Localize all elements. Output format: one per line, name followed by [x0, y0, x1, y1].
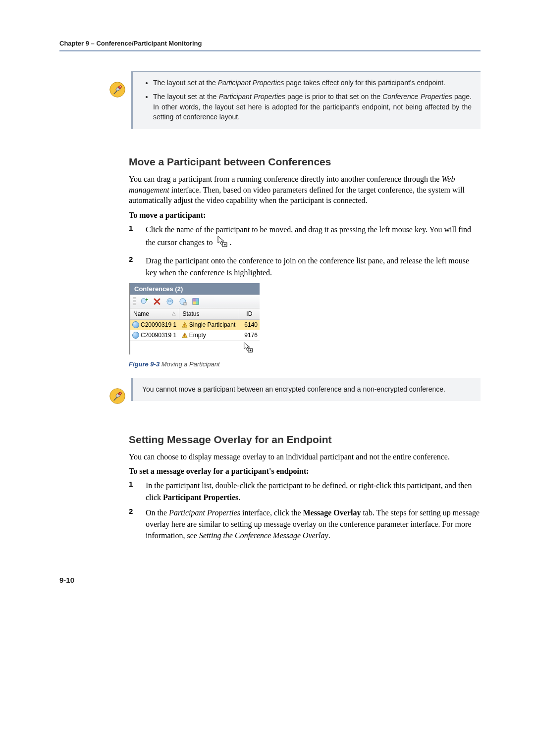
step-number: 2: [129, 507, 146, 542]
step-number: 2: [129, 255, 146, 278]
cell-status: Single Participant: [189, 321, 235, 328]
svg-rect-21: [184, 336, 185, 337]
drag-cursor-icon: [217, 235, 228, 251]
grip-icon: [133, 297, 136, 306]
body-paragraph: You can drag a participant from a runnin…: [129, 174, 481, 206]
cell-name: C20090319 1: [141, 332, 176, 339]
pushpin-icon: [109, 81, 126, 98]
svg-rect-16: [193, 302, 196, 304]
step-text-span: Click the name of the participant to be …: [146, 225, 471, 247]
note-text-italic: Conference Properties: [382, 93, 452, 101]
figure: Conferences (2): [129, 283, 260, 368]
step-text-bold: Message Overlay: [303, 508, 361, 517]
conference-row-icon: [132, 332, 139, 339]
step-text-italic: Participant Properties: [169, 508, 240, 517]
table-row[interactable]: C20090319 1 Empty 9176: [130, 330, 260, 341]
table-row[interactable]: C20090319 1 Single Participant 6140: [130, 320, 260, 330]
panel-toolbar: [130, 295, 260, 308]
svg-point-7: [141, 299, 146, 303]
table-header-row: Name △ Status ID: [130, 308, 260, 320]
warning-icon: [182, 332, 188, 338]
header-rule: [59, 50, 481, 51]
para-text: interface. Then, based on video paramete…: [129, 186, 465, 205]
svg-rect-17: [196, 302, 199, 304]
step-number: 1: [129, 224, 146, 251]
pushpin-icon: [109, 388, 126, 404]
procedure-heading: To set a message overlay for a participa…: [129, 467, 481, 476]
cell-id: 6140: [240, 320, 260, 330]
column-header-name[interactable]: Name △: [130, 308, 179, 319]
svg-point-9: [168, 300, 170, 302]
step-text-bold: Participant Properties: [163, 493, 238, 502]
page-number: 9-10: [59, 576, 481, 584]
svg-rect-19: [184, 326, 185, 326]
drag-cursor-icon: [243, 342, 254, 353]
svg-rect-18: [184, 324, 185, 326]
figure-caption-label: Figure 9-3: [129, 360, 160, 368]
note-text-italic: Participant Properties: [219, 93, 285, 101]
step-text-span: .: [328, 531, 330, 540]
layout-grid-icon[interactable]: [191, 297, 200, 306]
column-header-id[interactable]: ID: [239, 308, 260, 319]
chapter-header: Chapter 9 – Conference/Participant Monit…: [59, 40, 481, 50]
body-paragraph: You can choose to display message overla…: [129, 452, 481, 462]
step-text: In the participant list, double-click th…: [146, 480, 481, 503]
note-text: page takes effect only for this particip…: [284, 79, 445, 87]
svg-point-10: [170, 300, 172, 302]
svg-rect-20: [184, 334, 185, 336]
panel-blank-area: [130, 341, 260, 354]
step-text: On the Participant Properties interface,…: [146, 507, 481, 542]
step-text: Click the name of the participant to be …: [146, 224, 481, 251]
svg-point-8: [167, 299, 173, 304]
note-text: You cannot move a participant between an…: [142, 385, 445, 393]
column-header-label: Name: [133, 310, 149, 317]
note-text: page is prior to that set on the: [285, 93, 382, 101]
note-item: The layout set at the Participant Proper…: [153, 92, 472, 122]
conferences-panel: Conferences (2): [129, 283, 260, 354]
note-item: The layout set at the Participant Proper…: [153, 78, 472, 88]
para-text: You can drag a participant from a runnin…: [129, 175, 441, 183]
step-number: 1: [129, 480, 146, 503]
step-text-span: interface, click the: [240, 508, 303, 517]
add-conference-icon[interactable]: [140, 297, 149, 306]
warning-icon: [182, 322, 188, 328]
figure-caption-text: Moving a Participant: [160, 360, 219, 368]
note-box: The layout set at the Participant Proper…: [131, 71, 481, 129]
note-text: The layout set at the: [153, 79, 218, 87]
cell-id: 9176: [240, 330, 260, 340]
section-heading: Setting Message Overlay for an Endpoint: [129, 434, 481, 446]
step-text-span: On the: [146, 508, 169, 517]
conference-row-icon: [132, 321, 139, 328]
step-text: Drag the participant onto the conference…: [146, 255, 481, 278]
note-text-italic: Participant Properties: [218, 79, 284, 87]
step-text-span: .: [238, 493, 240, 502]
svg-rect-15: [196, 299, 199, 302]
cell-name: C20090319 1: [141, 321, 176, 328]
panel-title: Conferences (2): [130, 283, 260, 295]
procedure-heading: To move a participant:: [129, 211, 481, 220]
sort-indicator-icon: △: [172, 310, 176, 316]
note-text: The layout set at the: [153, 93, 219, 101]
conference-settings-icon[interactable]: [178, 297, 187, 306]
conference-icon[interactable]: [165, 297, 174, 306]
cell-status: Empty: [189, 332, 206, 339]
column-header-status[interactable]: Status: [179, 308, 239, 319]
svg-rect-12: [184, 302, 186, 305]
delete-icon[interactable]: [153, 297, 161, 306]
svg-rect-14: [193, 299, 196, 302]
note-box: You cannot move a participant between an…: [131, 378, 481, 401]
step-text-italic: Setting the Conference Message Overlay: [199, 531, 328, 540]
step-text-span: .: [230, 238, 232, 247]
section-heading: Move a Participant between Conferences: [129, 156, 481, 168]
figure-caption: Figure 9-3 Moving a Participant: [129, 360, 260, 368]
